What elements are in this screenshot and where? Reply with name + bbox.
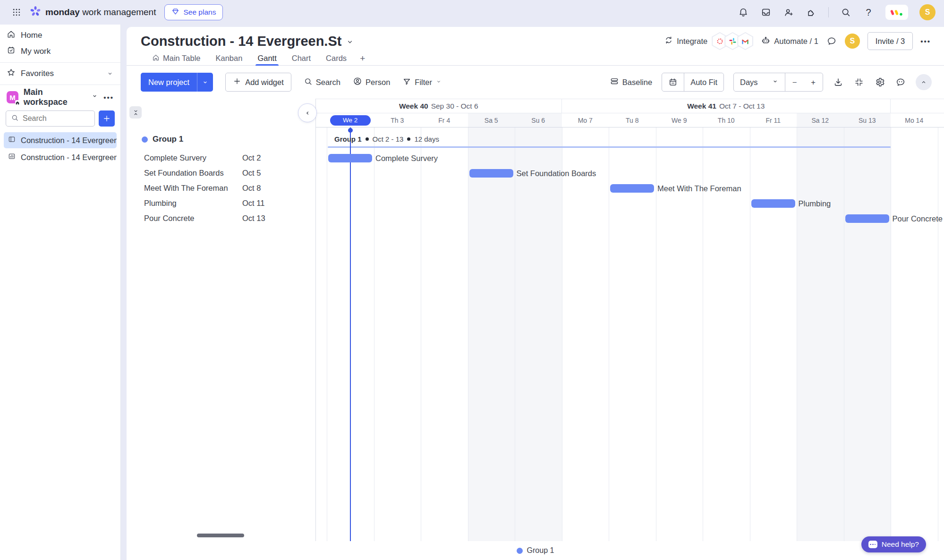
sidebar-search-box[interactable] (6, 110, 95, 127)
add-view-button[interactable]: + (355, 51, 370, 65)
day-header-today: We 2 (327, 113, 374, 127)
task-row[interactable]: Complete Survery Oct 2 (127, 150, 315, 165)
notifications-bell-icon[interactable] (738, 7, 749, 18)
topbar-divider (828, 7, 829, 17)
workspace-switcher[interactable]: M Main workspace ••• (0, 88, 120, 107)
gantt-bar[interactable] (751, 199, 795, 208)
need-help-button[interactable]: Need help? (861, 536, 926, 552)
sidebar-search-input[interactable] (23, 114, 90, 123)
grid-column (938, 127, 944, 541)
sidebar-board-item[interactable]: Construction - 14 Evergreen.... (4, 132, 117, 148)
gantt-bar[interactable] (845, 214, 889, 223)
baseline-button[interactable]: Baseline (610, 76, 652, 88)
week-header: Week 41Oct 7 - Oct 13 (562, 99, 891, 113)
integration-badge-gmail-icon[interactable] (737, 32, 753, 50)
group-name: Group 1 (153, 135, 183, 144)
day-header: Su 13 (844, 113, 891, 127)
day-header: Su 6 (515, 113, 562, 127)
zoom-in-button[interactable]: + (804, 73, 823, 91)
horizontal-scrollbar[interactable] (197, 534, 244, 537)
filter-button[interactable]: Filter (402, 77, 442, 88)
search-button[interactable]: Search (304, 77, 340, 88)
sidebar-divider (0, 85, 120, 85)
day-header: Mo 14 (891, 113, 938, 127)
feedback-icon[interactable] (895, 76, 906, 88)
monday-mini-logo (890, 8, 903, 17)
task-row[interactable]: Set Foundation Boards Oct 5 (127, 165, 315, 180)
task-row[interactable]: Pour Concrete Oct 13 (127, 211, 315, 226)
tab-kanban[interactable]: Kanban (209, 51, 249, 65)
new-project-dropdown-icon[interactable] (197, 73, 213, 92)
tab-chart[interactable]: Chart (285, 51, 317, 65)
sidebar-item-favorites[interactable]: Favorites (0, 66, 120, 82)
collapse-toolbar-icon[interactable] (916, 74, 932, 90)
invite-button[interactable]: Invite / 3 (867, 32, 913, 50)
brand[interactable]: monday work management (29, 5, 156, 19)
sidebar-item-my-work[interactable]: My work (0, 43, 120, 59)
sidebar-dashboard-item[interactable]: Construction - 14 Evergreen.... (4, 149, 117, 165)
new-project-split-button: New project (141, 73, 213, 92)
zoom-out-button[interactable]: − (785, 73, 804, 91)
new-project-button[interactable]: New project (141, 73, 197, 92)
zoom-unit-select[interactable]: Days (734, 73, 785, 91)
board-owner-avatar[interactable]: S (845, 34, 860, 49)
board-title[interactable]: Construction - 14 Evergreen.St (141, 33, 355, 50)
diamond-icon (171, 8, 179, 17)
gantt-bar[interactable] (328, 154, 372, 162)
sidebar-search-row (0, 107, 120, 131)
workspace-avatar: M (7, 91, 18, 103)
settings-gear-icon[interactable] (874, 76, 885, 88)
group-timeline-bar[interactable] (328, 146, 891, 148)
collapse-panel-chevron-left-icon[interactable] (298, 103, 317, 122)
user-avatar[interactable]: S (919, 4, 935, 20)
grid-column (891, 127, 938, 541)
integrate-button[interactable]: Integrate (664, 35, 707, 47)
today-marker[interactable]: We 2 (330, 115, 371, 126)
invite-members-icon[interactable] (783, 7, 794, 18)
tab-gantt[interactable]: Gantt (251, 51, 283, 65)
grid-column-weekend (468, 127, 515, 541)
add-board-button[interactable] (99, 110, 115, 127)
tab-cards[interactable]: Cards (319, 51, 353, 65)
board-discussion-icon[interactable] (826, 35, 837, 47)
dashboard-chart-icon (8, 152, 16, 162)
gantt-bar[interactable] (469, 169, 513, 178)
apps-marketplace-icon[interactable] (806, 7, 817, 18)
gantt-legend: Group 1 (127, 541, 944, 560)
search-icon[interactable] (840, 7, 851, 18)
tab-main-table[interactable]: Main Table (145, 51, 207, 65)
task-row[interactable]: Meet With The Foreman Oct 8 (127, 180, 315, 195)
apps-grid-icon[interactable] (9, 4, 25, 20)
fullscreen-icon[interactable] (853, 76, 865, 88)
collapse-all-icon[interactable] (129, 106, 142, 119)
add-widget-button[interactable]: Add widget (225, 73, 291, 92)
task-name: Complete Survery (144, 153, 206, 162)
gantt-bar[interactable] (610, 184, 654, 193)
favorites-chevron-icon[interactable] (106, 70, 114, 77)
sidebar: Home My work Favorites M Main workspace … (0, 25, 121, 560)
task-row[interactable]: Plumbing Oct 11 (127, 195, 315, 211)
person-filter-button[interactable]: Person (353, 76, 390, 88)
export-download-icon[interactable] (833, 76, 844, 88)
see-plans-button[interactable]: See plans (164, 4, 223, 20)
workspace-options-icon[interactable]: ••• (103, 93, 114, 102)
sidebar-item-home[interactable]: Home (0, 27, 120, 43)
automate-button[interactable]: Automate / 1 (761, 35, 818, 47)
group-header-row[interactable]: Group 1 (127, 133, 315, 146)
task-date: Oct 2 (242, 153, 261, 162)
board-options-icon[interactable]: ••• (920, 37, 931, 45)
product-switcher-badge[interactable] (885, 5, 908, 20)
group-summary[interactable]: Group 1 Oct 2 - 13 12 days (334, 134, 439, 144)
gantt-bar-label: Meet With The Foreman (657, 184, 741, 193)
task-name: Meet With The Foreman (144, 184, 228, 193)
auto-fit-button[interactable]: Auto Fit (684, 73, 723, 91)
chevron-down-icon (345, 34, 355, 50)
integrate-icon (664, 35, 673, 47)
jump-to-date-icon[interactable] (662, 73, 684, 91)
inbox-icon[interactable] (760, 7, 772, 18)
today-line (350, 127, 351, 541)
help-icon[interactable]: ? (863, 7, 874, 18)
topbar: monday work management See plans ? S (0, 0, 944, 25)
week-header: Week 40Sep 30 - Oct 6 (316, 99, 562, 113)
home-icon (152, 54, 160, 63)
